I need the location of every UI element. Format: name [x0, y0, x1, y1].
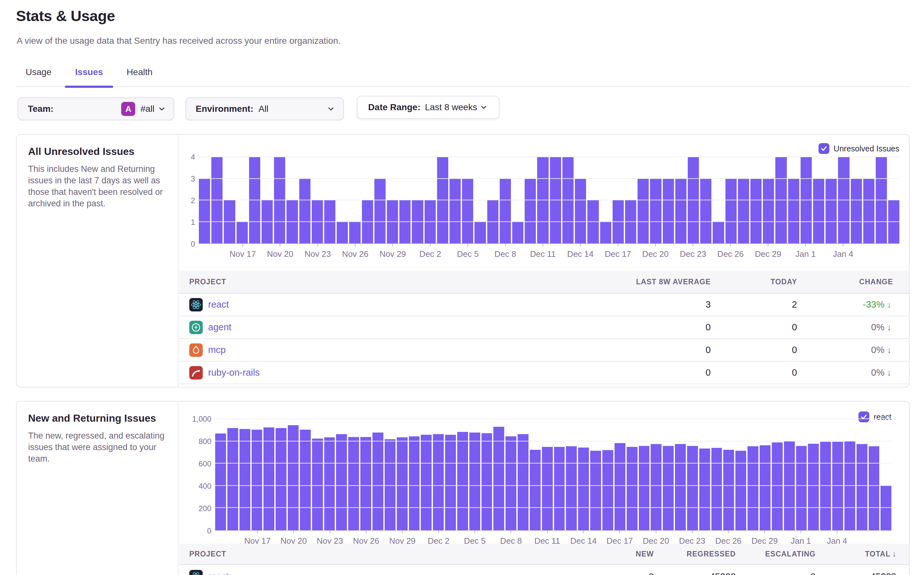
chart-bar[interactable] [475, 222, 486, 244]
chart-bar[interactable] [481, 433, 492, 531]
column-header[interactable]: ESCALATING [749, 550, 828, 558]
chart-bar[interactable] [663, 446, 674, 530]
column-header[interactable]: PROJECT [179, 550, 574, 558]
chart-bar[interactable] [457, 432, 468, 530]
chart-bar[interactable] [688, 157, 699, 243]
chart-bar[interactable] [362, 200, 373, 243]
chart-bar[interactable] [876, 157, 887, 243]
chart-bar[interactable] [881, 486, 891, 530]
chart-bar[interactable] [700, 179, 711, 244]
project-link[interactable]: mcp [208, 345, 226, 355]
chart-bar[interactable] [639, 446, 650, 530]
chart-bar[interactable] [505, 436, 516, 530]
chart-bar[interactable] [888, 200, 899, 243]
column-header[interactable]: LAST 8W AVERAGE [535, 278, 727, 286]
chart-bar[interactable] [324, 437, 335, 530]
chart-bar[interactable] [763, 179, 774, 244]
chart-bar[interactable] [562, 157, 574, 243]
chart-bar[interactable] [554, 447, 565, 530]
chart-bar[interactable] [542, 447, 553, 530]
tab-usage[interactable]: Usage [25, 63, 51, 87]
chart-bar[interactable] [530, 450, 541, 530]
team-filter-select[interactable]: Team: A #all [18, 97, 174, 121]
chart-bar[interactable] [550, 157, 561, 243]
chart-bar[interactable] [820, 442, 831, 530]
chart-bar[interactable] [449, 179, 461, 244]
chart-bar[interactable] [300, 430, 311, 530]
chart-bar[interactable] [237, 222, 248, 244]
chart-bar[interactable] [348, 437, 359, 530]
chart-bar[interactable] [462, 179, 473, 244]
chart-bar[interactable] [651, 444, 661, 530]
chart-bar[interactable] [412, 200, 423, 243]
project-link[interactable]: agent [208, 322, 231, 332]
chart-bar[interactable] [725, 179, 737, 244]
chart-bar[interactable] [625, 200, 636, 243]
chart-bar[interactable] [613, 200, 624, 243]
chart-bar[interactable] [650, 179, 661, 244]
chart-bar[interactable] [349, 222, 360, 244]
chart-bar[interactable] [525, 179, 536, 244]
chart-bar[interactable] [373, 432, 383, 530]
chart-bar[interactable] [312, 438, 323, 530]
chart-bar[interactable] [421, 435, 432, 530]
chart-bar[interactable] [687, 446, 698, 530]
chart-bar[interactable] [287, 200, 298, 243]
chart-bar[interactable] [299, 179, 311, 244]
chart-bar[interactable] [587, 200, 599, 243]
chart-bar[interactable] [261, 200, 273, 243]
column-header[interactable]: NEW [574, 550, 667, 558]
chart-bar[interactable] [747, 446, 758, 530]
chart-bar[interactable] [263, 427, 274, 530]
chart-bar[interactable] [224, 200, 235, 243]
chart-bar[interactable] [713, 222, 724, 244]
column-header[interactable]: TODAY [727, 278, 813, 286]
chart-bar[interactable] [723, 450, 734, 530]
chart-bar[interactable] [537, 157, 548, 243]
column-header[interactable]: CHANGE [813, 278, 909, 286]
checkbox-checked-icon[interactable] [819, 143, 829, 154]
chart-bar[interactable] [796, 446, 807, 530]
chart-bar[interactable] [760, 445, 771, 530]
chart-bar[interactable] [808, 444, 819, 530]
chart-bar[interactable] [750, 179, 762, 244]
chart-bar[interactable] [252, 430, 263, 530]
chart-bar[interactable] [566, 446, 577, 530]
chart-bar[interactable] [600, 222, 611, 244]
chart-bar[interactable] [425, 200, 436, 243]
chart-bar[interactable] [575, 179, 586, 244]
chart-bar[interactable] [227, 428, 238, 530]
project-link[interactable]: react [208, 299, 229, 310]
chart-bar[interactable] [211, 157, 223, 243]
column-header[interactable]: REGRESSED [667, 550, 749, 558]
chart-bar[interactable] [518, 434, 529, 530]
chart-bar[interactable] [711, 448, 722, 530]
project-link[interactable]: ruby-on-rails [208, 367, 260, 378]
chart-bar[interactable] [663, 179, 674, 244]
chart-bar[interactable] [199, 179, 210, 244]
chart-bar[interactable] [276, 428, 287, 530]
chart-bar[interactable] [857, 444, 867, 530]
chart-bar[interactable] [374, 179, 386, 244]
chart-bar[interactable] [615, 443, 625, 530]
column-header[interactable]: TOTAL↓ [828, 550, 909, 558]
chart-bar[interactable] [813, 179, 824, 244]
environment-filter-select[interactable]: Environment: All [185, 97, 344, 121]
project-link[interactable]: react [208, 572, 229, 575]
chart-bar[interactable] [869, 446, 879, 530]
chart-bar[interactable] [360, 437, 371, 530]
chart-bar[interactable] [445, 435, 456, 530]
chart-bar[interactable] [675, 179, 687, 244]
chart-bar[interactable] [627, 447, 637, 530]
chart-bar[interactable] [500, 179, 511, 244]
date-range-button[interactable]: Date Range: Last 8 weeks [357, 96, 499, 119]
chart-bar[interactable] [578, 448, 589, 530]
chart-bar[interactable] [772, 442, 783, 530]
chart-bar[interactable] [825, 179, 837, 244]
chart-bar[interactable] [385, 439, 395, 530]
column-header[interactable]: PROJECT [179, 278, 535, 286]
chart-bar[interactable] [274, 157, 285, 243]
chart-bar[interactable] [409, 436, 420, 530]
chart-bar[interactable] [699, 448, 710, 530]
chart-bar[interactable] [851, 179, 862, 244]
